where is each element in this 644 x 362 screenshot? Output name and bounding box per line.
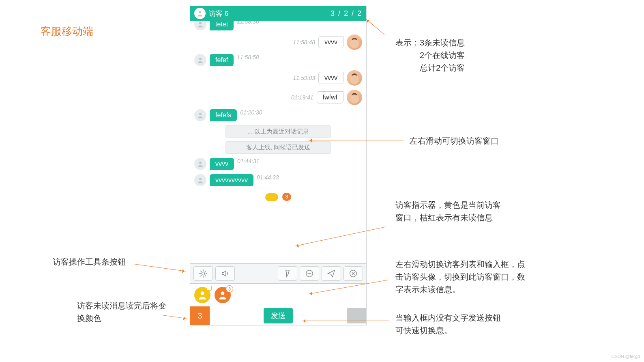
unread-counter[interactable]: 3 bbox=[190, 306, 210, 325]
svg-point-0 bbox=[199, 11, 201, 13]
svg-point-20 bbox=[201, 291, 204, 295]
annotation-send: 当输入框内没有文字发送按钮可快速切换息。 bbox=[395, 312, 501, 337]
flashlight-icon[interactable] bbox=[278, 266, 297, 281]
device-badge-icon bbox=[207, 286, 212, 291]
msg-out: 11:59:03 vvvv bbox=[194, 70, 362, 86]
send-button[interactable]: 发送 bbox=[264, 308, 293, 323]
agent-avatar-icon bbox=[347, 90, 362, 105]
msg-in: vvvvvvvvvv 01:44:33 bbox=[194, 174, 362, 186]
msg-time: 11:59:03 bbox=[293, 75, 316, 81]
svg-point-21 bbox=[221, 291, 225, 295]
annotation-toolbar: 访客操作工具条按钮 bbox=[53, 256, 126, 268]
watermark: CSDN @fergd bbox=[612, 354, 640, 359]
user-avatar-icon bbox=[194, 174, 206, 186]
indicator-current-icon[interactable]: ··· bbox=[265, 193, 278, 201]
annotation-indicator: 访客指示器，黄色是当前访客窗口，桔红表示有未读信息 bbox=[395, 199, 501, 224]
chat-body[interactable]: tetet 11:58:36 11:58:48 vvvv fefef 11:58… bbox=[190, 21, 366, 263]
agent-avatar-icon bbox=[347, 34, 362, 50]
msg-text: vvvv bbox=[210, 158, 234, 170]
msg-in: fefef 11:58:58 bbox=[194, 54, 362, 66]
msg-text: tetet bbox=[210, 21, 234, 30]
msg-time: 11:58:48 bbox=[293, 39, 316, 45]
visitor-indicator[interactable]: ··· 3 bbox=[194, 193, 362, 201]
msg-text: vvvv bbox=[318, 72, 343, 84]
visitor-list-strip[interactable]: 3 bbox=[190, 284, 366, 306]
user-avatar-icon bbox=[194, 158, 206, 170]
msg-text: fwfwf bbox=[317, 91, 343, 103]
annotation-unread-color: 访客未读消息读完后将变换颜色 bbox=[77, 300, 166, 325]
close-x-icon[interactable] bbox=[343, 266, 363, 281]
unread-count-badge: 3 bbox=[226, 285, 233, 293]
svg-line-14 bbox=[205, 271, 206, 272]
visitor-toolbar bbox=[190, 263, 366, 284]
chat-header: 访客 6 3 / 2 / 2 bbox=[190, 6, 366, 21]
visitor-name: 访客 6 bbox=[209, 9, 331, 18]
mobile-chat-panel: 访客 6 3 / 2 / 2 tetet 11:58:36 11:58:48 v… bbox=[190, 6, 367, 325]
arrow-icon bbox=[366, 19, 385, 34]
msg-in: fefefs 01:20:30 bbox=[194, 109, 362, 121]
send-plane-icon[interactable] bbox=[322, 266, 341, 281]
svg-point-4 bbox=[199, 162, 202, 164]
msg-time: 11:58:36 bbox=[237, 21, 259, 25]
user-avatar-icon bbox=[194, 109, 206, 121]
msg-in: vvvv 01:44:31 bbox=[194, 158, 362, 170]
user-avatar-icon bbox=[194, 54, 206, 66]
svg-point-6 bbox=[202, 272, 204, 275]
svg-line-12 bbox=[205, 276, 206, 276]
arrow-icon bbox=[308, 140, 404, 140]
arrow-icon bbox=[134, 264, 186, 272]
msg-time: 01:44:33 bbox=[257, 174, 279, 181]
svg-point-1 bbox=[199, 22, 202, 24]
annotation-swipe: 左右滑动可切换访客窗口 bbox=[410, 135, 499, 147]
msg-time: 01:19:41 bbox=[291, 94, 313, 101]
indicator-unread-badge[interactable]: 3 bbox=[282, 193, 291, 201]
msg-text: vvvvvvvvvv bbox=[210, 174, 253, 186]
msg-out: 11:58:48 vvvv bbox=[194, 34, 362, 50]
svg-line-11 bbox=[201, 271, 202, 272]
minus-icon[interactable] bbox=[300, 266, 319, 281]
annotation-counts: 表示：3条未读信息 2个在线访客 总计2个访客 bbox=[395, 37, 465, 74]
header-counts: 3 / 2 / 2 bbox=[331, 9, 362, 18]
system-message: 客人上线, 问候语已发送 bbox=[225, 141, 331, 154]
msg-in: tetet 11:58:36 bbox=[194, 21, 362, 30]
arrow-icon bbox=[302, 321, 389, 321]
system-message: ... 以上为最近对话记录 bbox=[225, 125, 331, 138]
page-title: 客服移动端 bbox=[41, 24, 93, 39]
user-avatar-icon bbox=[194, 21, 206, 30]
agent-avatar-icon bbox=[347, 70, 362, 86]
visitor-avatar-icon bbox=[194, 8, 206, 19]
svg-point-3 bbox=[199, 113, 202, 115]
svg-line-13 bbox=[201, 276, 202, 276]
input-bar: 3 发送 bbox=[190, 306, 366, 325]
msg-text: fefef bbox=[210, 54, 234, 66]
svg-point-5 bbox=[199, 178, 202, 180]
svg-point-2 bbox=[199, 58, 202, 60]
visitor-avatar-unread[interactable]: 3 bbox=[215, 287, 231, 303]
msg-time: 01:44:31 bbox=[237, 158, 260, 164]
msg-text: vvvv bbox=[318, 36, 343, 48]
msg-time: 11:58:58 bbox=[237, 54, 259, 60]
speaker-icon[interactable] bbox=[215, 266, 235, 281]
msg-text: fefefs bbox=[210, 109, 237, 121]
sun-icon[interactable] bbox=[193, 266, 213, 281]
message-input[interactable] bbox=[210, 306, 264, 325]
visitor-avatar-current[interactable] bbox=[194, 287, 210, 303]
voice-button[interactable] bbox=[347, 308, 366, 323]
msg-time: 01:20:30 bbox=[240, 109, 262, 116]
annotation-strip: 左右滑动切换访客列表和输入框，点击访客头像，切换到此访客窗口，数字表示未读信息。 bbox=[395, 258, 525, 296]
msg-out: 01:19:41 fwfwf bbox=[194, 90, 362, 105]
